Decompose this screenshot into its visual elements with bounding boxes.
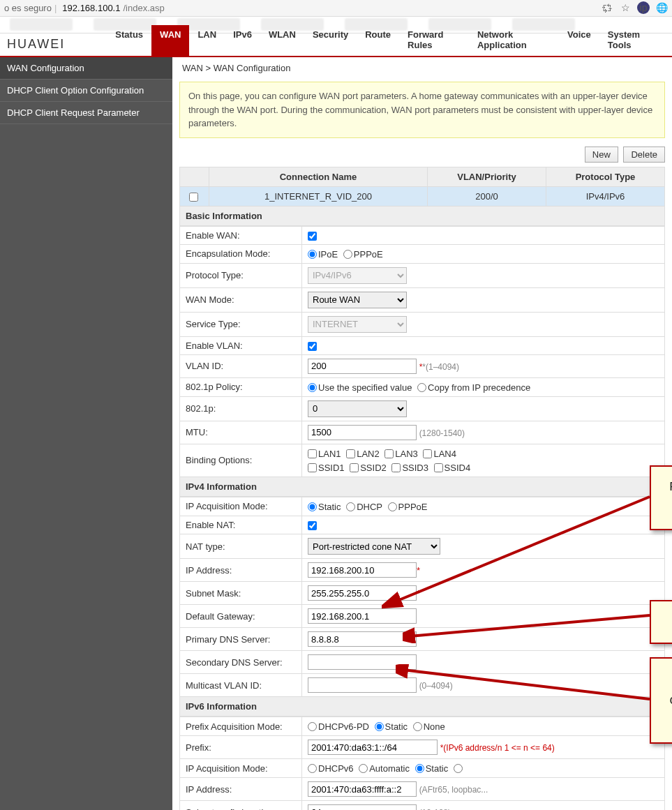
nav-ipv6[interactable]: IPv6 [225,25,260,56]
ipacq6-dhcpv6-radio[interactable] [308,764,317,773]
binding-lan1[interactable] [308,449,317,458]
row-proto: IPv4/IPv6 [546,186,665,206]
nav-wan[interactable]: WAN [151,25,189,56]
encap-ipoe-radio[interactable] [308,250,317,259]
label-ipaddr6: IP Address: [180,778,302,801]
label-subnet: Subnet Mask: [180,582,302,605]
label-mvlan: Multicast VLAN ID: [180,674,302,697]
ip-address-input[interactable] [308,562,417,578]
sidebar-item-wan-config[interactable]: WAN Configuration [0,57,172,80]
col-protocol: Protocol Type [546,167,665,186]
label-nat-type: NAT type: [180,534,302,559]
label-dns2: Secondary DNS Server: [180,651,302,674]
url-path: /index.asp [123,3,164,13]
nav-system-tools[interactable]: System Tools [599,25,665,56]
callout-prefix: Prefijo Subnetado en el paso 2.4 [650,465,672,530]
top-nav: Status WAN LAN IPv6 WLAN Security Route … [107,25,665,56]
brand-logo: HUAWEI [7,37,65,52]
extension-icon-ip[interactable]: ip [637,1,650,14]
secondary-dns-input[interactable] [308,654,417,670]
breadcrumb: WAN > WAN Configuration [179,57,665,79]
star-icon[interactable]: ☆ [619,1,632,14]
binding-ssid3[interactable] [391,463,401,472]
wan-mode-select[interactable]: Route WAN [308,292,407,308]
sidebar-item-dhcp-request[interactable]: DHCP Client Request Parameter [0,102,172,124]
ipv6-address-input[interactable] [308,781,417,797]
binding-lan3[interactable] [384,449,394,458]
nav-security[interactable]: Security [304,25,357,56]
prefixacq-static-radio[interactable] [375,722,384,731]
label-8021p-policy: 802.1p Policy: [180,377,302,396]
row-vlan: 200/0 [428,186,546,206]
encap-pppoe-radio[interactable] [343,250,352,259]
8021p-select[interactable]: 0 [308,400,407,417]
section-ipv6: IPv6 Information [179,697,665,717]
label-gw: Default Gateway: [180,605,302,628]
prefixacq-dhcpv6pd-radio[interactable] [308,722,317,731]
multicast-vlan-input[interactable] [308,677,417,693]
label-binding: Binding Options: [180,444,302,477]
delete-button[interactable]: Delete [623,147,665,163]
binding-ssid1[interactable] [308,463,317,472]
browser-address-bar: o es seguro | 192.168.100.1 /index.asp ⮔… [0,0,672,17]
label-enable-nat: Enable NAT: [180,516,302,534]
enable-wan-checkbox[interactable] [308,232,317,241]
nav-wlan[interactable]: WLAN [260,25,304,56]
row-checkbox[interactable] [189,193,198,202]
nav-voice[interactable]: Voice [559,25,599,56]
url-host: 192.168.100.1 [59,3,123,13]
label-ipacq: IP Acquisition Mode: [180,497,302,516]
prefixacq-none-radio[interactable] [413,722,422,731]
enable-vlan-checkbox[interactable] [308,342,317,351]
nav-network-application[interactable]: Network Application [469,25,559,56]
security-label: o es seguro [4,3,52,13]
nav-route[interactable]: Route [357,25,399,56]
new-button[interactable]: New [585,147,618,163]
connection-table: Connection Name VLAN/Priority Protocol T… [179,167,665,207]
label-dns1: Primary DNS Server: [180,628,302,651]
binding-ssid2[interactable] [350,463,359,472]
subnet-prefix-length-input[interactable] [308,804,417,810]
nat-type-select[interactable]: Port-restricted cone NAT [308,538,440,555]
ipacq-pppoe-radio[interactable] [388,502,397,511]
label-enable-wan: Enable WAN: [180,226,302,244]
prefix-input[interactable] [308,740,438,755]
extension-icon-globe[interactable]: 🌐 [655,1,668,14]
nav-lan[interactable]: LAN [189,25,225,56]
nav-forward-rules[interactable]: Forward Rules [399,25,469,56]
nav-status[interactable]: Status [107,25,151,56]
ipacq-dhcp-radio[interactable] [346,502,355,511]
primary-dns-input[interactable] [308,631,417,647]
table-row[interactable]: 1_INTERNET_R_VID_200 200/0 IPv4/IPv6 [180,186,665,206]
policy-copy-radio[interactable] [417,383,426,392]
vlan-id-input[interactable] [308,359,417,374]
label-wan-mode: WAN Mode: [180,287,302,312]
sidebar-item-dhcp-option[interactable]: DHCP Client Option Configuration [0,80,172,102]
callout-ip-onu: IP Address ONU [650,600,672,644]
enable-nat-checkbox[interactable] [308,521,317,530]
ipacq6-auto-radio[interactable] [359,764,368,773]
ipacq6-static-radio[interactable] [415,764,424,773]
ipacq-static-radio[interactable] [308,502,317,511]
subnet-mask-input[interactable] [308,585,417,601]
label-enable-vlan: Enable VLAN: [180,336,302,354]
col-connection-name: Connection Name [209,167,428,186]
label-sublen: Subnet prefix length: [180,801,302,810]
default-gateway-input[interactable] [308,608,417,624]
translate-icon[interactable]: ⮔ [601,1,613,14]
mtu-input[interactable] [308,425,417,440]
service-type-select[interactable]: INTERNET [308,316,407,333]
label-ipaddr: IP Address: [180,559,302,582]
binding-lan4[interactable] [423,449,432,458]
row-name: 1_INTERNET_R_VID_200 [209,186,428,206]
binding-lan2[interactable] [346,449,355,458]
binding-ssid4[interactable] [434,463,443,472]
sidebar: WAN Configuration DHCP Client Option Con… [0,57,172,810]
top-banner: HUAWEI Status WAN LAN IPv6 WLAN Security… [0,33,672,57]
policy-specified-radio[interactable] [308,383,317,392]
protocol-select[interactable]: IPv4/IPv6 [308,267,407,284]
ipacq6-extra-radio[interactable] [454,764,463,773]
label-prefix: Prefix: [180,736,302,759]
col-vlan: VLAN/Priority [428,167,546,186]
callout-mikrotik: Ip Mikrotik, se obtuvo en el paso 2.3 [650,657,672,744]
